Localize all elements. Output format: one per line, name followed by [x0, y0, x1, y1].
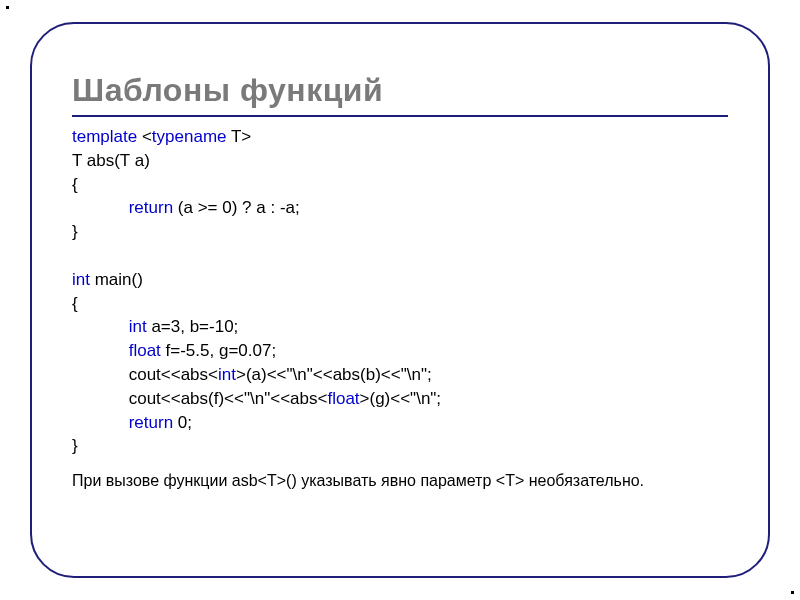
code-text: cout<<abs<	[72, 365, 218, 384]
code-text: {	[72, 294, 78, 313]
kw-float: float	[129, 341, 161, 360]
slide-title: Шаблоны функций	[72, 72, 728, 109]
code-indent	[72, 198, 129, 217]
kw-template: template	[72, 127, 137, 146]
code-text: cout<<abs(f)<<"\n"<<abs<	[72, 389, 327, 408]
title-rule	[72, 115, 728, 117]
footnote: При вызове функции asb<T>() указывать яв…	[72, 472, 728, 490]
code-text: a=3, b=-10;	[147, 317, 239, 336]
code-indent	[72, 341, 129, 360]
kw-int: int	[129, 317, 147, 336]
code-text: }	[72, 436, 78, 455]
code-text: 0;	[173, 413, 192, 432]
kw-int: int	[72, 270, 90, 289]
code-text: }	[72, 222, 78, 241]
code-text: >(a)<<"\n"<<abs(b)<<"\n";	[236, 365, 432, 384]
slide-frame: Шаблоны функций template <typename T> T …	[30, 22, 770, 578]
code-text: >(g)<<"\n";	[360, 389, 442, 408]
kw-typename: typename	[152, 127, 227, 146]
kw-int: int	[218, 365, 236, 384]
code-indent	[72, 317, 129, 336]
code-text: T abs(T a)	[72, 151, 150, 170]
code-text: f=-5.5, g=0.07;	[161, 341, 276, 360]
code-block: template <typename T> T abs(T a) { retur…	[72, 125, 728, 458]
code-text: (a >= 0) ? a : -a;	[173, 198, 300, 217]
kw-float: float	[327, 389, 359, 408]
code-text: {	[72, 175, 78, 194]
code-text: <	[137, 127, 152, 146]
kw-return: return	[129, 413, 173, 432]
code-indent	[72, 413, 129, 432]
code-text: T>	[227, 127, 252, 146]
code-text: main()	[90, 270, 143, 289]
kw-return: return	[129, 198, 173, 217]
